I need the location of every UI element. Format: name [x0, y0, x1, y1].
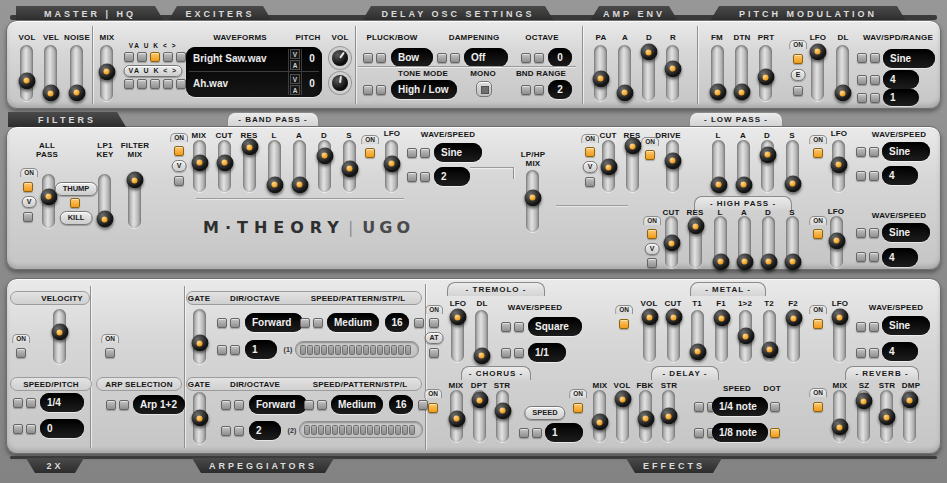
lp-on-button[interactable]: [585, 147, 595, 157]
chorus-str-slider[interactable]: [496, 390, 509, 442]
slider-thumb[interactable]: [689, 343, 706, 360]
delay-speed1-sel-button[interactable]: [694, 402, 704, 412]
bp-mix-slider[interactable]: [193, 140, 206, 192]
lp-wave-sel-button[interactable]: [856, 147, 866, 157]
metal-t1-slider[interactable]: [691, 310, 704, 362]
pm-mode-button[interactable]: [793, 86, 803, 96]
tremolo-wave-sel-button[interactable]: [514, 322, 524, 332]
arp1-speed-sel-button[interactable]: [300, 318, 310, 328]
hp-a-slider[interactable]: [738, 216, 751, 268]
metal-lfo-slider[interactable]: [833, 310, 846, 362]
exciter2-k-button[interactable]: [150, 79, 160, 89]
lp1-key-slider[interactable]: [98, 174, 111, 228]
slider-thumb[interactable]: [828, 232, 845, 249]
slider-thumb[interactable]: [710, 176, 727, 193]
slider-thumb[interactable]: [614, 391, 631, 408]
arp1-oct-sel-button[interactable]: [217, 345, 227, 355]
step-cell[interactable]: [402, 425, 408, 435]
pm-wave-sel-button[interactable]: [857, 53, 867, 63]
slider-thumb[interactable]: [665, 309, 682, 326]
dampening-value[interactable]: Off: [464, 48, 508, 67]
bp-a-slider[interactable]: [293, 140, 306, 192]
step-cell[interactable]: [367, 425, 373, 435]
arp-pitch-sel-button[interactable]: [26, 424, 36, 434]
tone-sel-button[interactable]: [376, 85, 386, 95]
slider-thumb[interactable]: [591, 414, 608, 431]
pm-lfo-slider[interactable]: [811, 45, 824, 101]
step-cell[interactable]: [321, 345, 327, 355]
wave1-a-button[interactable]: A: [290, 60, 300, 70]
mono-button[interactable]: [476, 81, 492, 97]
arp1-speed-sel-button[interactable]: [313, 318, 323, 328]
reverb-on-button[interactable]: [813, 402, 823, 412]
slider-thumb[interactable]: [809, 43, 826, 60]
step-cell[interactable]: [342, 345, 348, 355]
lp-wave-value[interactable]: Sine: [882, 142, 930, 161]
step-cell[interactable]: [300, 345, 306, 355]
octave-value[interactable]: 0: [548, 48, 572, 67]
exciter1-prev-button[interactable]: [163, 52, 173, 62]
bp-res-slider[interactable]: [243, 140, 256, 192]
bp-d-slider[interactable]: [318, 140, 331, 192]
lp-cut-slider[interactable]: [602, 140, 615, 192]
lp-s-slider[interactable]: [786, 140, 799, 192]
slider-thumb[interactable]: [761, 341, 778, 358]
step-cell[interactable]: [332, 425, 338, 435]
slider-thumb[interactable]: [830, 156, 847, 173]
exciter2-u-button[interactable]: [137, 79, 147, 89]
arp2-gate-slider[interactable]: [193, 392, 206, 444]
velocity-on-button[interactable]: [16, 348, 26, 358]
step-cell[interactable]: [363, 345, 369, 355]
step-cell[interactable]: [349, 345, 355, 355]
arp1-loop-button[interactable]: [414, 318, 424, 328]
slider-thumb[interactable]: [471, 392, 488, 409]
tremolo-speed-sel-button[interactable]: [514, 348, 524, 358]
slider-thumb[interactable]: [51, 324, 68, 341]
arp1-speed-value[interactable]: Medium: [327, 313, 379, 332]
arp-speed-sel-button[interactable]: [26, 398, 36, 408]
slider-thumb[interactable]: [316, 147, 333, 164]
arp2-speed-sel-button[interactable]: [304, 400, 314, 410]
wave2-pitch-value[interactable]: 0: [303, 78, 321, 89]
pm-wave-sel-button[interactable]: [870, 53, 880, 63]
chorus-speed-button[interactable]: SPEED: [524, 406, 565, 420]
lp-speed-value[interactable]: 4: [882, 166, 918, 185]
tremolo-wave-value[interactable]: Square: [528, 317, 582, 336]
exciter1-next-button[interactable]: [176, 52, 186, 62]
arp2-speed-value[interactable]: Medium: [331, 395, 383, 414]
hp-speed-sel-button[interactable]: [869, 252, 879, 262]
hp-on-button[interactable]: [647, 229, 657, 239]
slider-thumb[interactable]: [448, 410, 465, 427]
pm-fm-slider[interactable]: [711, 45, 724, 101]
slider-thumb[interactable]: [785, 310, 802, 327]
metal-lfo-on-button[interactable]: [813, 319, 823, 329]
amp-pa-slider[interactable]: [594, 45, 607, 101]
hp-speed-sel-button[interactable]: [856, 252, 866, 262]
exciter2-next-button[interactable]: [176, 79, 186, 89]
slider-thumb[interactable]: [831, 419, 848, 436]
delay-on-button[interactable]: [573, 403, 583, 413]
slider-thumb[interactable]: [641, 309, 658, 326]
exciter1-k-button[interactable]: [150, 52, 160, 62]
hp-lfo-slider[interactable]: [830, 216, 843, 268]
slider-thumb[interactable]: [600, 159, 617, 176]
filter-mix-slider[interactable]: [128, 174, 141, 228]
exciter2-va-button[interactable]: [124, 79, 134, 89]
slider-thumb[interactable]: [664, 152, 681, 169]
chorus-dpt-slider[interactable]: [473, 390, 486, 442]
slider-thumb[interactable]: [712, 253, 729, 270]
slider-thumb[interactable]: [784, 175, 801, 192]
slider-thumb[interactable]: [473, 347, 490, 364]
bp-l-slider[interactable]: [268, 140, 281, 192]
step-cell[interactable]: [339, 425, 345, 435]
delay-speed2-sel-button[interactable]: [694, 428, 704, 438]
step-cell[interactable]: [384, 345, 390, 355]
tremolo-speed-value[interactable]: 1/1: [528, 343, 566, 362]
arp1-octave-value[interactable]: 1: [245, 340, 277, 359]
slider-thumb[interactable]: [759, 146, 776, 163]
arp2-dir-sel-button[interactable]: [234, 400, 244, 410]
hp-cut-slider[interactable]: [665, 216, 678, 268]
slider-thumb[interactable]: [241, 139, 258, 156]
bp-wave-value[interactable]: Sine: [434, 143, 482, 162]
lp-drive-slider[interactable]: [666, 140, 679, 192]
